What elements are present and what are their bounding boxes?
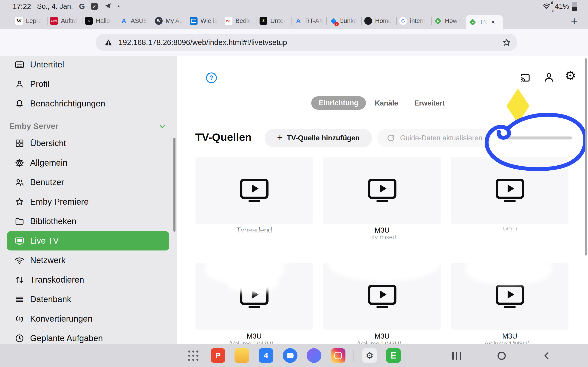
tab-erweitert[interactable]: Erweitert	[408, 98, 451, 108]
browser-tab-asus[interactable]: AASUS	[117, 13, 152, 29]
browser-toolbar: 192.168.178.26:8096/web/index.html#!/liv…	[0, 29, 588, 56]
app-icon-app-drawer[interactable]	[188, 350, 199, 361]
tv-source-title: M3U	[195, 332, 313, 340]
sidebar-item-datenbank[interactable]: Datenbank	[0, 290, 177, 309]
sidebar-item-profil[interactable]: Profil	[0, 75, 177, 94]
chevron-down-icon[interactable]	[158, 122, 167, 131]
sidebar-item-bibliotheken[interactable]: Bibliotheken	[0, 212, 177, 231]
browser-tab-rt-ax[interactable]: ART-AX	[292, 13, 326, 29]
recents-button[interactable]	[451, 350, 462, 361]
sidebar-item-label: Transkodieren	[30, 275, 84, 285]
sidebar-item-benachrichtigungen[interactable]: Benachrichtigungen	[0, 94, 177, 113]
browser-tab-tn[interactable]: TN×	[466, 15, 503, 29]
bookmark-star-icon[interactable]	[502, 37, 512, 48]
tv-source-card[interactable]	[451, 157, 569, 224]
sidebar-section-emby-server[interactable]: Emby Server	[9, 119, 170, 133]
tab-label: Bedie	[235, 17, 251, 25]
browser-tab-wie-is[interactable]: Wie is	[187, 13, 222, 29]
sidebar-item-transkodieren[interactable]: Transkodieren	[0, 270, 177, 290]
add-tv-source-label: TV-Quelle hinzufügen	[287, 134, 360, 142]
browser-tab-lepre[interactable]: WLepre	[13, 13, 47, 29]
browser-tab-hallo[interactable]: ✳Hallo,	[82, 13, 117, 29]
wifi-icon	[15, 255, 25, 265]
camera-lens-icon	[334, 352, 342, 359]
tv-play-icon	[367, 178, 398, 203]
tab-label: Hallo,	[96, 17, 112, 25]
home-button[interactable]	[496, 350, 507, 361]
browser-tab-how-t[interactable]: How t	[432, 13, 466, 29]
tab-label: TN	[479, 19, 488, 26]
tab-label: RT-AX	[305, 17, 323, 25]
google-notification-icon: G	[79, 2, 85, 11]
sidebar-item-geplante-aufgaben[interactable]: Geplante Aufgaben	[0, 329, 177, 344]
tab-label: ASUS	[131, 17, 148, 25]
url-text[interactable]: 192.168.178.26:8096/web/index.html#!/liv…	[119, 38, 287, 47]
sidebar-item-label: Geplante Aufgaben	[30, 334, 103, 343]
page-scrollbar[interactable]	[585, 58, 587, 256]
browser-tab-home[interactable]: Home	[362, 13, 396, 29]
guide-progress-bar	[498, 136, 572, 140]
settings-gear-icon[interactable]: ⚙	[565, 69, 576, 82]
browser-tab-intern[interactable]: Gintern	[397, 13, 431, 29]
tab-label: bunke	[340, 17, 357, 25]
app-icon-red-p-app[interactable]: P	[211, 348, 225, 363]
not-secure-warning-icon[interactable]	[104, 38, 113, 47]
address-bar[interactable]: 192.168.178.26:8096/web/index.html#!/liv…	[95, 34, 517, 51]
app-icon-settings-app[interactable]: ⚙	[362, 348, 377, 363]
tv-source-card[interactable]	[195, 157, 313, 224]
tv-source-title: M3U	[323, 332, 441, 340]
tab-label: Wie is	[200, 17, 217, 25]
sidebar-item-übersicht[interactable]: Übersicht	[0, 134, 177, 153]
app-icon-camera-app[interactable]	[331, 348, 346, 363]
sidebar-item-netzwerk[interactable]: Netzwerk	[0, 251, 177, 270]
app-icon-messages-app[interactable]	[283, 348, 297, 363]
tab-close-icon[interactable]: ×	[491, 19, 495, 25]
laptop-favicon	[190, 17, 198, 25]
tv-source-card[interactable]	[323, 157, 441, 224]
snowflake-favicon: ✳	[259, 17, 267, 25]
telegram-notification-icon	[104, 2, 112, 11]
browser-tab-auftra[interactable]: ceweAuftra	[48, 13, 82, 29]
app-icon-purple-app[interactable]	[307, 348, 321, 363]
refresh-guide-label: Guide-Daten aktualisieren	[400, 134, 482, 142]
browser-tab-my-ac[interactable]: WMy Ac	[152, 13, 187, 29]
dashboard-icon	[15, 138, 25, 148]
star-icon	[15, 197, 25, 207]
tab-einrichtung[interactable]: Einrichtung	[311, 96, 366, 110]
sidebar-item-konvertierungen[interactable]: $Konvertierungen	[0, 309, 177, 328]
app-icon-yellow-notes-app[interactable]	[234, 348, 249, 363]
battery-icon	[572, 2, 577, 11]
user-icon[interactable]	[543, 71, 555, 85]
browser-tab-bunke[interactable]: 2bunke	[327, 13, 361, 29]
sidebar-item-live-tv[interactable]: Live TV	[7, 231, 169, 250]
refresh-icon	[386, 133, 396, 143]
help-icon[interactable]: ?	[206, 73, 217, 83]
wikipedia-favicon: W	[15, 17, 23, 25]
app-icon-green-e-app[interactable]: E	[386, 348, 401, 363]
sidebar-item-label: Untertitel	[30, 60, 64, 69]
sidebar-item-allgemein[interactable]: Allgemein	[0, 153, 177, 173]
sidebar-item-label: Datenbank	[30, 294, 71, 304]
google-favicon: G	[399, 17, 407, 25]
sidebar-item-benutzer[interactable]: Benutzer	[0, 173, 177, 192]
sidebar-item-label: Emby Premiere	[30, 197, 89, 207]
status-right: 6 ↓↑ 41%	[542, 0, 577, 13]
browser-tab-bedie[interactable]: PDFBedie	[222, 13, 257, 29]
browser-tab-unter[interactable]: ✳Unter	[257, 13, 292, 29]
tab-kanaele[interactable]: Kanäle	[371, 98, 402, 108]
new-tab-button[interactable]: +	[567, 13, 581, 29]
app-icon-calendar-app[interactable]: 4	[259, 348, 273, 363]
emby-sidebar: Emby Server UntertitelProfilBenachrichti…	[0, 56, 177, 344]
tab-label: How t	[445, 17, 461, 25]
sidebar-item-untertitel[interactable]: Untertitel	[0, 56, 177, 74]
add-tv-source-button[interactable]: + TV-Quelle hinzufügen	[265, 129, 372, 147]
transcode-icon	[15, 275, 25, 285]
cast-icon[interactable]	[519, 72, 532, 84]
tab-label: Auftra	[61, 17, 78, 25]
back-button[interactable]	[541, 350, 552, 361]
refresh-guide-button[interactable]: Guide-Daten aktualisieren	[377, 129, 491, 147]
sidebar-item-label: Allgemein	[30, 158, 67, 168]
sidebar-item-emby-premiere[interactable]: Emby Premiere	[0, 192, 177, 211]
tv-source-subtitle: /Volume 1/M3U/…	[451, 340, 569, 344]
tv-play-icon	[239, 178, 270, 203]
